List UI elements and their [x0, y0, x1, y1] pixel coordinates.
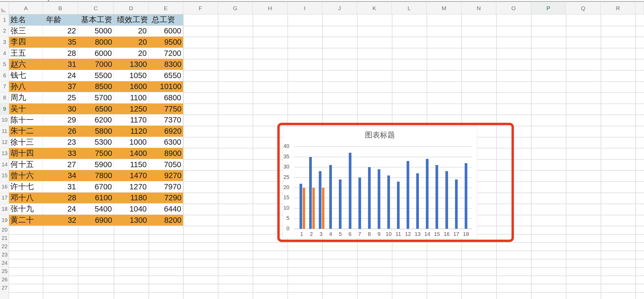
cell-B6[interactable]: 24 [43, 70, 78, 81]
cell-B13[interactable]: 33 [43, 148, 78, 159]
cell-D10[interactable]: 1170 [114, 114, 149, 126]
cell-C11[interactable]: 5800 [78, 126, 114, 137]
cell-E19[interactable]: 8200 [149, 215, 183, 226]
cell-B11[interactable]: 26 [43, 126, 78, 137]
column-header-J[interactable]: J [322, 2, 357, 14]
row-header-6[interactable]: 6 [0, 70, 9, 81]
cell-C2[interactable]: 5000 [78, 26, 114, 37]
row-header-5[interactable]: 5 [0, 59, 9, 70]
row-header-10[interactable]: 10 [0, 114, 9, 126]
cell-B7[interactable]: 37 [43, 81, 78, 93]
cell-B8[interactable]: 25 [43, 92, 78, 103]
cell-E7[interactable]: 10100 [149, 81, 183, 93]
cell-A4[interactable]: 王五 [9, 48, 43, 59]
row-header-4[interactable]: 4 [0, 48, 9, 59]
column-header-B[interactable]: B [43, 2, 78, 14]
cell-E8[interactable]: 6800 [149, 92, 183, 103]
column-header-O[interactable]: O [496, 2, 531, 14]
row-header-17[interactable]: 17 [0, 193, 9, 204]
row-header-7[interactable]: 7 [0, 81, 9, 93]
cell-B14[interactable]: 27 [43, 159, 78, 170]
column-header-M[interactable]: M [427, 2, 461, 14]
column-header-Q[interactable]: Q [566, 2, 601, 14]
cell-E16[interactable]: 7970 [149, 181, 183, 193]
row-header-24[interactable]: 24 [0, 259, 9, 267]
cell-B5[interactable]: 31 [43, 59, 78, 70]
cell-B2[interactable]: 22 [43, 26, 78, 37]
column-header-A[interactable]: A [9, 2, 43, 14]
cell-B9[interactable]: 30 [43, 103, 78, 115]
row-header-11[interactable]: 11 [0, 126, 9, 137]
cell-E2[interactable]: 6000 [149, 26, 183, 37]
cell-E6[interactable]: 6550 [149, 70, 183, 81]
cell-C17[interactable]: 6100 [78, 193, 114, 204]
cell-A6[interactable]: 钱七 [9, 70, 43, 81]
cell-E13[interactable]: 8900 [149, 148, 183, 159]
cell-E18[interactable]: 6440 [149, 204, 183, 215]
cell-A10[interactable]: 陈十一 [9, 114, 43, 126]
row-header-13[interactable]: 13 [0, 148, 9, 159]
row-header-3[interactable]: 3 [0, 37, 9, 48]
cell-A19[interactable]: 黄二十 [9, 215, 43, 226]
cell-A5[interactable]: 赵六 [9, 59, 43, 70]
cell-A2[interactable]: 张三 [9, 26, 43, 37]
row-header-9[interactable]: 9 [0, 103, 9, 115]
row-header-21[interactable]: 21 [0, 234, 9, 242]
row-header-18[interactable]: 18 [0, 204, 9, 215]
cell-D8[interactable]: 1100 [114, 92, 149, 103]
cell-E5[interactable]: 8300 [149, 59, 183, 70]
cell-A14[interactable]: 何十五 [9, 159, 43, 170]
column-header-N[interactable]: N [461, 2, 496, 14]
row-header-12[interactable]: 12 [0, 137, 9, 148]
cell-D14[interactable]: 1150 [114, 159, 149, 170]
row-header-23[interactable]: 23 [0, 251, 9, 259]
cell-B16[interactable]: 31 [43, 181, 78, 193]
cell-B12[interactable]: 23 [43, 137, 78, 148]
table-header-cell[interactable]: 绩效工资 [114, 14, 149, 26]
row-header-8[interactable]: 8 [0, 92, 9, 103]
row-header-1[interactable]: 1 [0, 14, 9, 26]
cell-D11[interactable]: 1120 [114, 126, 149, 137]
cell-C4[interactable]: 6000 [78, 48, 114, 59]
cell-C13[interactable]: 7500 [78, 148, 114, 159]
table-header-cell[interactable]: 基本工资 [78, 14, 114, 26]
row-header-2[interactable]: 2 [0, 26, 9, 37]
cell-D15[interactable]: 1470 [114, 170, 149, 181]
cell-B18[interactable]: 24 [43, 204, 78, 215]
cell-D4[interactable]: 20 [114, 48, 149, 59]
cell-D6[interactable]: 1050 [114, 70, 149, 81]
cell-C14[interactable]: 5900 [78, 159, 114, 170]
cell-C8[interactable]: 5700 [78, 92, 114, 103]
cell-D9[interactable]: 1250 [114, 103, 149, 115]
cell-B15[interactable]: 34 [43, 170, 78, 181]
row-header-25[interactable]: 25 [0, 267, 9, 275]
column-header-P[interactable]: P [531, 2, 566, 14]
cell-A15[interactable]: 曾十六 [9, 170, 43, 181]
column-header-K[interactable]: K [357, 2, 392, 14]
cell-D12[interactable]: 1000 [114, 137, 149, 148]
cell-E15[interactable]: 9270 [149, 170, 183, 181]
column-header-E[interactable]: E [149, 2, 183, 14]
cell-B3[interactable]: 35 [43, 37, 78, 48]
column-header-C[interactable]: C [78, 2, 114, 14]
cell-C9[interactable]: 6500 [78, 103, 114, 115]
cell-D2[interactable]: 20 [114, 26, 149, 37]
row-header-16[interactable]: 16 [0, 181, 9, 193]
cell-D5[interactable]: 1300 [114, 59, 149, 70]
column-header-D[interactable]: D [114, 2, 149, 14]
table-header-cell[interactable]: 姓名 [9, 14, 43, 26]
row-header-19[interactable]: 19 [0, 215, 9, 226]
cell-A12[interactable]: 徐十三 [9, 137, 43, 148]
cell-B19[interactable]: 32 [43, 215, 78, 226]
cell-E17[interactable]: 7290 [149, 193, 183, 204]
row-header-22[interactable]: 22 [0, 242, 9, 251]
cell-C12[interactable]: 5300 [78, 137, 114, 148]
cell-A9[interactable]: 吴十 [9, 103, 43, 115]
column-header-clipped[interactable] [635, 2, 644, 14]
column-header-I[interactable]: I [287, 2, 322, 14]
cell-B4[interactable]: 28 [43, 48, 78, 59]
cell-C18[interactable]: 5400 [78, 204, 114, 215]
row-header-27[interactable]: 27 [0, 284, 9, 292]
cell-E10[interactable]: 7370 [149, 114, 183, 126]
cell-C3[interactable]: 8000 [78, 37, 114, 48]
